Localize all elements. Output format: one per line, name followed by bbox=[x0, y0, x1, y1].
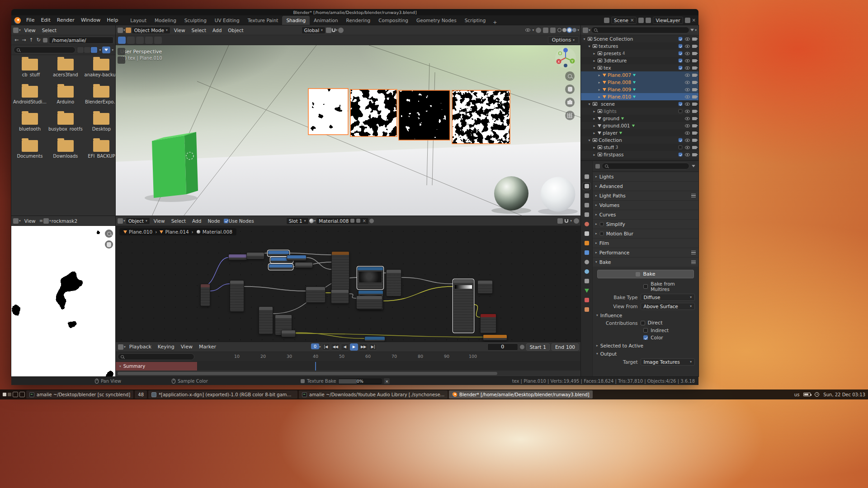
checkbox-icon[interactable] bbox=[679, 52, 683, 56]
properties-tab-view-layer[interactable] bbox=[583, 202, 590, 208]
eye-icon[interactable] bbox=[685, 81, 690, 84]
outliner-filter-icon[interactable] bbox=[690, 29, 694, 32]
path-input[interactable]: /home/amalie/ bbox=[49, 37, 113, 44]
timeline-menu-view[interactable]: View bbox=[178, 342, 196, 352]
checkbox-icon[interactable] bbox=[679, 44, 683, 48]
shader-node-21[interactable] bbox=[281, 330, 296, 337]
folder-item-efi-backup[interactable]: EFI_BACKUP bbox=[84, 140, 120, 159]
shading-rendered-icon[interactable] bbox=[572, 28, 576, 32]
editor-type-icon[interactable] bbox=[118, 218, 123, 224]
eye-icon[interactable] bbox=[685, 59, 690, 62]
filter-button[interactable] bbox=[102, 47, 110, 53]
folder-item-documents[interactable]: Documents bbox=[12, 140, 47, 159]
shader-node-5[interactable] bbox=[287, 255, 307, 261]
preview-range-icon[interactable] bbox=[520, 345, 524, 349]
shader-menu-add[interactable]: Add bbox=[189, 216, 204, 226]
properties-tab-tool[interactable] bbox=[583, 174, 590, 180]
eye-icon[interactable] bbox=[685, 52, 690, 55]
shader-node-1[interactable] bbox=[246, 252, 264, 259]
refresh-button[interactable]: ↻ bbox=[36, 37, 42, 43]
top-menu-render[interactable]: Render bbox=[54, 15, 78, 25]
camera-icon[interactable] bbox=[692, 81, 697, 84]
options-button[interactable]: Options ▾ bbox=[548, 36, 579, 44]
editor-type-icon[interactable] bbox=[118, 28, 123, 33]
eye-icon[interactable] bbox=[685, 38, 690, 41]
shader-node-19[interactable] bbox=[477, 280, 493, 294]
eye-icon[interactable] bbox=[685, 103, 690, 106]
shader-node-23[interactable] bbox=[483, 334, 507, 341]
expand-arrow-icon[interactable]: ▸ bbox=[597, 88, 601, 92]
shader-menu-view[interactable]: View bbox=[151, 216, 168, 226]
properties-tab-world[interactable] bbox=[583, 221, 590, 227]
taskbar-window-button[interactable]: *[application-x-dgn] (exported)-1.0 (RGB… bbox=[148, 390, 297, 399]
taskbar-window-button[interactable]: Blender* [/home/amalie/Desktop/blender/r… bbox=[449, 390, 593, 399]
workspace-dot[interactable] bbox=[8, 393, 11, 396]
workspace-tab-compositing[interactable]: Compositing bbox=[374, 16, 412, 25]
folder-item-blenderexpo-[interactable]: BlenderExpo... bbox=[84, 86, 120, 104]
direct-checkbox[interactable] bbox=[641, 321, 645, 325]
shader-node-16[interactable] bbox=[331, 289, 349, 304]
hamburger-icon[interactable]: ≡ bbox=[39, 219, 43, 223]
shader-type-selector[interactable]: Object ▾ bbox=[126, 217, 150, 225]
editor-type-icon[interactable] bbox=[583, 28, 588, 33]
proportional-edit-icon[interactable] bbox=[338, 28, 344, 33]
playhead[interactable]: 0 bbox=[311, 343, 319, 349]
checkbox-icon[interactable] bbox=[679, 66, 683, 70]
play-reverse-button[interactable]: ◀ bbox=[341, 343, 349, 351]
filter-chevron-icon[interactable]: ▾ bbox=[112, 48, 113, 52]
outliner-filter-chevron-icon[interactable]: ▾ bbox=[695, 28, 697, 32]
properties-tab-particles[interactable] bbox=[583, 259, 590, 265]
expand-arrow-icon[interactable]: ▾ bbox=[592, 66, 596, 70]
shading-material-icon[interactable] bbox=[567, 28, 571, 32]
influence-subpanel-header[interactable]: ▾ Influence bbox=[596, 313, 695, 318]
fake-user-shield-icon[interactable] bbox=[350, 219, 354, 223]
shader-node-0[interactable] bbox=[228, 254, 247, 260]
pan-hand-button[interactable] bbox=[105, 240, 113, 249]
camera-icon[interactable] bbox=[692, 117, 697, 120]
window-titlebar[interactable]: Blender* [/home/amalie/Desktop/blender/r… bbox=[11, 9, 698, 15]
expand-arrow-icon[interactable]: ▸ bbox=[592, 117, 596, 121]
panel-simplify-header[interactable]: ▸Simplify bbox=[593, 219, 698, 229]
expand-arrow-icon[interactable]: ▸ bbox=[597, 80, 601, 84]
shader-node-11[interactable] bbox=[200, 284, 210, 306]
outliner-row-plane-009[interactable]: ▸Plane.009 bbox=[581, 86, 698, 93]
checkbox-icon[interactable] bbox=[679, 109, 683, 113]
remove-view-layer-icon[interactable]: × bbox=[692, 18, 696, 23]
shader-menu-select[interactable]: Select bbox=[168, 216, 189, 226]
camera-icon[interactable] bbox=[692, 95, 697, 99]
outliner-search-input[interactable] bbox=[591, 27, 689, 33]
workspace-tab-layout[interactable]: Layout bbox=[126, 16, 151, 25]
properties-tab-physics[interactable] bbox=[583, 268, 590, 275]
camera-icon[interactable] bbox=[692, 38, 697, 41]
properties-tab-data[interactable] bbox=[583, 287, 590, 294]
camera-icon[interactable] bbox=[692, 88, 697, 91]
folder-item-acers3fand[interactable]: acers3fand bbox=[47, 59, 84, 77]
image-editor-menu-view[interactable]: View bbox=[21, 216, 39, 226]
folder-item-anakey-backup[interactable]: anakey-backup bbox=[84, 59, 120, 77]
bake-button[interactable]: Bake bbox=[597, 270, 694, 278]
shader-node-12[interactable] bbox=[230, 280, 244, 312]
add-workspace-button[interactable]: + bbox=[490, 19, 500, 25]
taskbar-window-button[interactable]: 48 bbox=[135, 390, 147, 399]
shader-menu-node[interactable]: Node bbox=[204, 216, 223, 226]
outliner-row-presets[interactable]: ▸presets4 bbox=[581, 50, 698, 57]
cancel-job-button[interactable]: × bbox=[384, 378, 390, 384]
scene-browse-icon[interactable] bbox=[604, 18, 609, 23]
node-canvas[interactable]: Plane.010›Plane.014›Material.008 bbox=[116, 226, 581, 342]
view-layer-selector[interactable]: ViewLayer bbox=[653, 17, 683, 24]
viewport-menu-add[interactable]: Add bbox=[209, 25, 225, 35]
white-sphere[interactable] bbox=[541, 177, 576, 212]
outliner-row-3dtexture[interactable]: ▸3dtexture bbox=[581, 57, 698, 64]
folder-item-bluetooth[interactable]: bluetooth bbox=[12, 113, 47, 131]
timeline-scrollbar[interactable] bbox=[118, 372, 497, 375]
next-keyframe-button[interactable]: ▶▶ bbox=[359, 343, 368, 351]
image-datablock-icon[interactable] bbox=[43, 218, 49, 224]
panel-menu-icon[interactable] bbox=[691, 194, 696, 197]
eye-icon[interactable] bbox=[685, 153, 690, 156]
expand-arrow-icon[interactable]: ▸ bbox=[592, 124, 596, 128]
workspace-tab-rendering[interactable]: Rendering bbox=[342, 16, 375, 25]
panel-bake-header[interactable]: ▾ Bake bbox=[593, 257, 698, 267]
view-layer-icon[interactable] bbox=[646, 18, 651, 23]
panel-advanced-header[interactable]: ▸Advanced bbox=[593, 181, 698, 191]
keying-chevron-icon[interactable]: ▾ bbox=[319, 345, 321, 349]
